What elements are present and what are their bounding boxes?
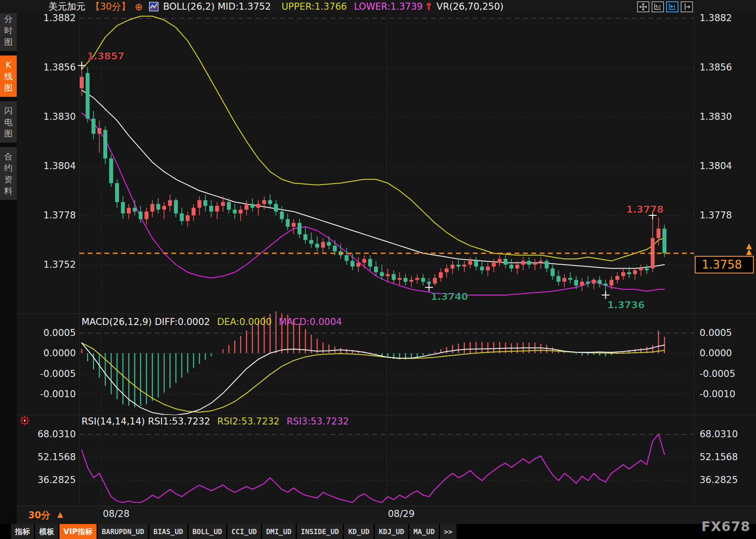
macd-axis-label: -0.0005	[22, 368, 76, 380]
price-axis-label: 1.3856	[700, 62, 755, 73]
sidebar-item-kline-chart[interactable]: K线图	[0, 55, 17, 97]
tab-more-tabs[interactable]: >>	[440, 524, 456, 539]
tab-dmi-ud[interactable]: DMI_UD	[262, 524, 296, 539]
flag-up-icon: ▲▲	[746, 241, 752, 256]
macd-value-readout: MACD:0.0004	[279, 317, 342, 327]
rsi-axis-label: 52.1568	[700, 451, 755, 463]
current-price-box: 1.3758	[695, 256, 754, 273]
price-axis-label: 1.3804	[700, 160, 755, 172]
header-row: 美元加元 【30分】 ⊕ BOLL(26,2) MID:1.3752 UPPER…	[48, 0, 504, 13]
tab-bias-ud[interactable]: BIAS_UD	[149, 524, 187, 539]
indicator-tabbar: 指标模板VIP指标BARUPDN_UDBIAS_UDBOLL_UDCCI_UDD…	[0, 524, 756, 539]
period-up-triangle-icon[interactable]: ▲	[57, 510, 63, 519]
rsi-axis-label: 36.2825	[22, 474, 76, 486]
high-price-annotation: 1.3778	[626, 204, 663, 215]
chart-toolbar	[637, 1, 693, 12]
tab-templates[interactable]: 模板	[35, 524, 58, 539]
tab-ma-ud[interactable]: MA_UD	[409, 524, 438, 539]
rsi-panel-header: RSI(14,14,14) RSI1:53.7232 RSI2:53.7232 …	[82, 416, 349, 427]
price-axis-label: 1.3778	[700, 210, 755, 221]
indicator-chip-icon[interactable]	[149, 2, 159, 11]
macd-axis-label: -0.0010	[22, 388, 76, 400]
date-label: 08/28	[103, 509, 130, 519]
rsi-axis-label: 36.2825	[700, 474, 755, 486]
sidebar-item-time-share-chart[interactable]: 分时图	[0, 10, 17, 51]
brand-watermark: FX678	[701, 519, 750, 534]
price-axis-label: 1.3752	[22, 259, 76, 270]
price-axis-label: 1.3856	[22, 62, 76, 73]
alert-bell-icon[interactable]	[19, 414, 31, 426]
price-axis-label: 1.3778	[22, 210, 76, 221]
tab-cci-ud[interactable]: CCI_UD	[227, 524, 261, 539]
boll-lower-readout: LOWER:1.3739	[354, 1, 422, 12]
symbol-title: 美元加元	[48, 0, 85, 13]
tab-vip-indicators[interactable]: VIP指标	[59, 524, 96, 539]
macd-axis-label: 0.0005	[22, 327, 76, 339]
macd-diff-readout: MACD(26,12,9) DIFF:0.0002	[82, 317, 210, 327]
expand-chart-button[interactable]	[666, 1, 678, 12]
sidebar-item-lightning-chart[interactable]: 闪电图	[0, 101, 17, 143]
macd-dea-readout: DEA:0.0000	[217, 317, 272, 327]
chart-type-sidebar: 分时图K线图闪电图合约资料	[0, 0, 17, 524]
price-axis-label: 1.3830	[700, 111, 755, 122]
price-axis-label: 1.3830	[22, 111, 76, 122]
high-price-annotation: 1.3857	[87, 51, 125, 62]
price-up-arrow-icon: ↑	[424, 1, 433, 12]
panel-divider	[17, 314, 756, 314]
macd-axis-label: 0.0000	[700, 347, 755, 359]
rsi2-readout: RSI2:53.7232	[217, 416, 279, 427]
macd-axis-label: 0.0000	[22, 347, 76, 359]
app-window: 美元加元 【30分】 ⊕ BOLL(26,2) MID:1.3752 UPPER…	[0, 0, 756, 539]
period-tag[interactable]: 【30分】	[91, 0, 130, 13]
period-switch[interactable]: 30分	[28, 509, 50, 521]
rsi-axis-label: 52.1568	[22, 451, 76, 463]
rsi3-readout: RSI3:53.7232	[287, 416, 349, 427]
vr-readout: VR(26,70,250)	[437, 1, 504, 12]
compress-chart-button[interactable]	[652, 1, 664, 12]
macd-axis-label: 0.0005	[700, 327, 755, 339]
macd-panel-header: MACD(26,12,9) DIFF:0.0002 DEA:0.0000 MAC…	[82, 317, 342, 327]
price-axis-label: 1.3882	[700, 12, 755, 24]
date-label: 08/29	[388, 509, 415, 519]
rsi-axis-label: 68.0310	[700, 428, 755, 440]
boll-mid-readout: BOLL(26,2) MID:1.3752	[163, 1, 271, 12]
boll-upper-readout: UPPER:1.3766	[282, 1, 347, 12]
low-price-annotation: 1.3736	[608, 299, 645, 310]
price-axis-label: 1.3804	[22, 160, 76, 172]
tab-inside-ud[interactable]: INSIDE_UD	[297, 524, 343, 539]
pan-tool-button[interactable]	[637, 1, 649, 12]
macd-axis-label: -0.0005	[700, 368, 755, 380]
tab-barupdn-ud[interactable]: BARUPDN_UD	[98, 524, 148, 539]
price-flag-icon: ▲▲	[743, 243, 755, 255]
price-axis-label: 1.3882	[22, 12, 76, 24]
low-price-annotation: 1.3740	[431, 291, 468, 302]
tab-kd-ud[interactable]: KD_UD	[344, 524, 373, 539]
circle-plus-icon[interactable]: ⊕	[135, 1, 143, 12]
chart-canvas[interactable]	[0, 0, 756, 539]
shift-chart-button[interactable]	[681, 1, 693, 12]
macd-axis-label: -0.0010	[700, 388, 755, 400]
tab-kdj-ud[interactable]: KDJ_UD	[375, 524, 408, 539]
tab-boll-ud[interactable]: BOLL_UD	[189, 524, 226, 539]
tab-indicators[interactable]: 指标	[11, 524, 34, 539]
time-axis: 30分 ▲ 08/2808/29	[17, 506, 756, 524]
panel-divider	[17, 415, 756, 415]
rsi-axis-label: 68.0310	[22, 428, 76, 440]
rsi1-readout: RSI(14,14,14) RSI1:53.7232	[82, 416, 210, 427]
sidebar-item-contract-info[interactable]: 合约资料	[0, 147, 17, 200]
